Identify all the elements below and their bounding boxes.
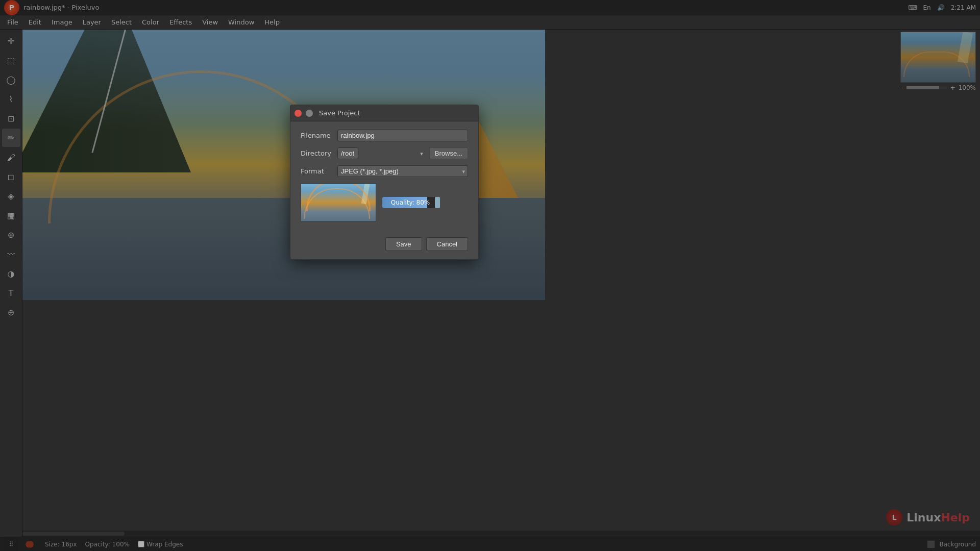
- quality-label: Quality: 80%: [382, 197, 438, 208]
- dialog-close-button[interactable]: [295, 110, 302, 117]
- browse-button[interactable]: Browse...: [429, 147, 468, 159]
- directory-row: Directory /root Browse...: [301, 147, 468, 159]
- dialog-title: Save Project: [319, 109, 360, 117]
- save-dialog: Save Project Filename Directory /root Br…: [290, 105, 479, 260]
- dialog-body: Filename Directory /root Browse... Forma…: [290, 121, 478, 237]
- format-label: Format: [301, 167, 337, 175]
- directory-label: Directory: [301, 149, 337, 157]
- filename-row: Filename: [301, 130, 468, 141]
- directory-select-container: /root: [337, 147, 426, 159]
- dialog-footer: Save Cancel: [290, 237, 478, 259]
- cancel-button[interactable]: Cancel: [426, 237, 468, 251]
- format-select-container: JPEG (*.jpg, *.jpeg) PNG (*.png) BMP (*.…: [337, 165, 468, 177]
- filename-input[interactable]: [337, 130, 468, 141]
- format-row: Format JPEG (*.jpg, *.jpeg) PNG (*.png) …: [301, 165, 468, 177]
- quality-slider[interactable]: Quality: 80%: [382, 197, 438, 208]
- preview-area: Quality: 80%: [301, 183, 468, 222]
- dialog-titlebar: Save Project: [290, 105, 478, 121]
- preview-image: [301, 183, 376, 222]
- filename-label: Filename: [301, 132, 337, 139]
- modal-overlay: Save Project Filename Directory /root Br…: [0, 0, 980, 551]
- quality-bar-background: Quality: 80%: [382, 197, 438, 208]
- quality-area: Quality: 80%: [382, 197, 438, 208]
- directory-select-wrap: /root Browse...: [337, 147, 468, 159]
- dialog-minimize-button[interactable]: [306, 110, 313, 117]
- format-select[interactable]: JPEG (*.jpg, *.jpeg) PNG (*.png) BMP (*.…: [337, 165, 468, 177]
- directory-select[interactable]: /root: [337, 147, 358, 159]
- save-button[interactable]: Save: [385, 237, 422, 251]
